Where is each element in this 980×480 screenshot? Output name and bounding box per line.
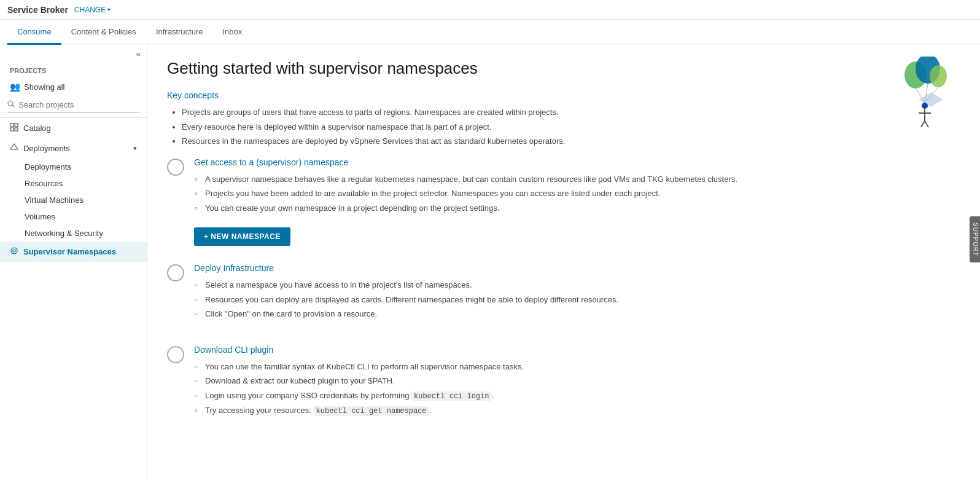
change-label: CHANGE [74,6,106,14]
step3-circle [167,346,184,363]
step2-circle [167,264,184,281]
step1-item: Projects you have been added to are avai… [194,187,960,200]
sidebar-item-resources[interactable]: Resources [0,175,147,192]
step1-circle [167,159,184,176]
step1-body: Get access to a (supervisor) namespace A… [194,157,960,246]
search-input[interactable] [18,100,139,109]
svg-point-8 [13,250,15,252]
sidebar-item-volumes[interactable]: Volumes [0,208,147,225]
nav-tabs: Consume Content & Policies Infrastructur… [0,20,980,44]
sidebar-item-deployments-sub[interactable]: Deployments [0,159,147,175]
supervisor-ns-label: Supervisor Namespaces [23,247,116,256]
key-concept-item: Every resource here is deployed within a… [182,121,960,133]
layout: « Projects 👥 Showing all [0,44,980,480]
tab-infrastructure[interactable]: Infrastructure [146,20,213,45]
key-concepts-list: Projects are groups of users that have a… [167,106,960,148]
sidebar-item-catalog[interactable]: Catalog [0,118,147,138]
projects-label: Projects [0,63,147,78]
showing-all-label: Showing all [24,82,65,92]
step1: Get access to a (supervisor) namespace A… [167,157,960,246]
svg-point-7 [11,248,17,254]
step2: Deploy Infrastructure Select a namespace… [167,263,960,328]
step3-body: Download CLI plugin You can use the fami… [194,345,960,424]
collapse-icon: « [136,49,141,58]
support-label: SUPPORT [972,222,979,256]
svg-line-19 [921,121,925,127]
key-concept-item: Projects are groups of users that have a… [182,106,960,119]
deployments-chevron: ▾ [133,144,137,152]
supervisor-ns-icon [10,246,18,257]
step1-heading[interactable]: Get access to a (supervisor) namespace [194,157,960,167]
change-button[interactable]: CHANGE ▾ [74,6,111,14]
sidebar-item-deployments[interactable]: Deployments ▾ [0,138,147,159]
step3-item: Try accessing your resources: kubectl cc… [194,404,960,417]
step2-heading[interactable]: Deploy Infrastructure [194,263,960,273]
svg-rect-5 [15,128,18,131]
step1-item: A supervisor namespace behaves like a re… [194,173,960,186]
support-tab[interactable]: SUPPORT [970,216,980,262]
catalog-icon [10,123,18,133]
step3-item: You can use the familiar syntax of KubeC… [194,361,960,373]
users-icon: 👥 [10,82,20,92]
search-icon [7,100,15,109]
svg-point-16 [922,103,928,109]
main-content: Getting started with supervisor namespac… [147,44,980,480]
key-concept-item: Resources in the namespaces are deployed… [182,135,960,148]
step3-item: Login using your company SSO credentials… [194,390,960,402]
step3-heading[interactable]: Download CLI plugin [194,345,960,355]
step1-list: A supervisor namespace behaves like a re… [194,173,960,214]
svg-rect-2 [10,124,14,127]
page-title: Getting started with supervisor namespac… [167,59,960,78]
collapse-button[interactable]: « [0,44,147,63]
step2-body: Deploy Infrastructure Select a namespace… [194,263,960,328]
step2-item: Select a namespace you have access to in… [194,279,960,291]
step3-list: You can use the familiar syntax of KubeC… [194,361,960,417]
hero-illustration [894,57,955,130]
svg-point-0 [8,101,13,106]
change-chevron: ▾ [107,6,111,13]
svg-point-11 [930,65,947,87]
tab-inbox[interactable]: Inbox [212,20,252,45]
catalog-label: Catalog [23,124,51,133]
new-namespace-button[interactable]: + NEW NAMESPACE [194,227,290,246]
search-container [0,95,147,118]
svg-rect-4 [10,128,14,131]
deployments-label: Deployments [23,144,70,153]
step2-item: Resources you can deploy are displayed a… [194,294,960,306]
step1-item: You can create your own namespace in a p… [194,202,960,214]
step2-item: Click "Open" on the card to provision a … [194,308,960,320]
svg-rect-3 [15,124,18,127]
key-concepts-link[interactable]: Key concepts [167,90,960,100]
top-bar: Service Broker CHANGE ▾ [0,0,980,20]
search-wrap [7,100,139,112]
sidebar-item-supervisor-namespaces[interactable]: Supervisor Namespaces [0,242,147,262]
tab-consume[interactable]: Consume [7,20,61,45]
svg-line-1 [12,105,14,107]
sidebar-item-virtual-machines[interactable]: Virtual Machines [0,192,147,208]
step3: Download CLI plugin You can use the fami… [167,345,960,424]
svg-line-20 [925,121,928,127]
deployments-icon [10,143,18,154]
tab-content-policies[interactable]: Content & Policies [61,20,146,45]
svg-marker-6 [10,144,18,149]
showing-all-item[interactable]: 👥 Showing all [0,78,147,95]
step2-list: Select a namespace you have access to in… [194,279,960,320]
step3-item: Download & extract our kubectl plugin to… [194,375,960,387]
app-title: Service Broker [7,5,68,15]
sidebar-item-networking-security[interactable]: Networking & Security [0,225,147,242]
sidebar: « Projects 👥 Showing all [0,44,147,480]
